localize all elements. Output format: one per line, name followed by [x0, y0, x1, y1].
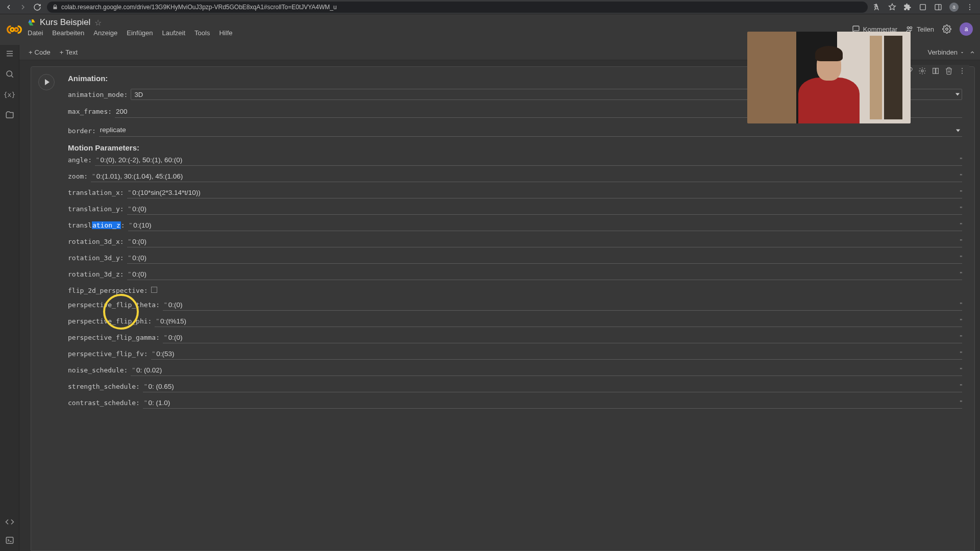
cell-more-icon[interactable]: [958, 67, 966, 75]
delete-cell-icon[interactable]: [945, 67, 953, 75]
input-perspective-flip-phi[interactable]: [160, 317, 962, 325]
extensions-icon[interactable]: [903, 3, 912, 11]
translate-icon[interactable]: [873, 3, 881, 11]
input-translation-z[interactable]: [133, 221, 962, 229]
play-icon: [45, 79, 50, 85]
svg-point-14: [7, 71, 12, 77]
menu-hilfe[interactable]: Hilfe: [219, 29, 232, 37]
label-angle: angle:: [68, 156, 92, 164]
svg-rect-20: [936, 68, 939, 74]
input-rotation-3d-y[interactable]: [132, 254, 962, 262]
select-border[interactable]: replicate: [99, 124, 962, 137]
notebook-main: Animation: animation_mode: 3D max_frames…: [19, 60, 980, 551]
browser-right-icons: a: [873, 3, 976, 12]
svg-point-4: [969, 6, 970, 7]
input-translation-y[interactable]: [132, 205, 962, 213]
colab-logo[interactable]: [5, 20, 23, 39]
toggle-header-button[interactable]: [969, 49, 976, 56]
mirror-icon[interactable]: [932, 67, 940, 75]
svg-rect-19: [933, 68, 936, 74]
label-max-frames: max_frames:: [68, 108, 112, 115]
svg-point-7: [15, 28, 18, 32]
input-rotation-3d-x[interactable]: [132, 238, 962, 245]
doc-title[interactable]: Kurs Beispiel: [40, 17, 90, 28]
input-perspective-flip-theta[interactable]: [168, 301, 962, 309]
menu-tools[interactable]: Tools: [194, 29, 210, 37]
back-button[interactable]: [4, 3, 13, 12]
kebab-icon[interactable]: [966, 3, 974, 11]
svg-rect-1: [935, 4, 941, 10]
input-angle[interactable]: [101, 156, 962, 164]
form-cell: Animation: animation_mode: 3D max_frames…: [31, 66, 975, 551]
checkbox-flip-2d-perspective[interactable]: [151, 287, 157, 293]
svg-point-9: [910, 27, 912, 29]
lock-icon: [52, 4, 58, 10]
input-rotation-3d-z[interactable]: [132, 270, 962, 278]
menu-laufzeit[interactable]: Laufzeit: [162, 29, 186, 37]
svg-point-21: [962, 68, 963, 69]
address-bar[interactable]: colab.research.google.com/drive/13G9KHyM…: [47, 2, 868, 13]
label-border: border:: [68, 127, 96, 135]
label-rotation-3d-x: rotation_3d_x:: [68, 238, 124, 245]
menu-einfuegen[interactable]: Einfügen: [127, 29, 153, 37]
run-cell-button[interactable]: [38, 74, 55, 90]
svg-point-22: [962, 70, 963, 71]
star-icon[interactable]: [888, 3, 896, 11]
connect-button[interactable]: Verbinden: [927, 48, 965, 56]
gear-icon[interactable]: [942, 24, 951, 34]
generic-ext-icon[interactable]: [919, 3, 927, 11]
label-flip-2d-perspective: flip_2d_perspective:: [68, 287, 148, 294]
terminal-icon[interactable]: [5, 536, 14, 545]
add-code-button[interactable]: +Code: [29, 48, 51, 56]
input-zoom[interactable]: [96, 172, 962, 180]
label-contrast-schedule: contrast_schedule:: [68, 399, 140, 407]
url-text: colab.research.google.com/drive/13G9KHyM…: [61, 4, 337, 11]
variables-icon[interactable]: {x}: [5, 90, 14, 99]
svg-point-10: [946, 28, 948, 31]
menu-bar: Datei Bearbeiten Anzeige Einfügen Laufze…: [28, 29, 232, 37]
label-animation-mode: animation_mode:: [68, 91, 128, 98]
svg-line-15: [11, 76, 13, 77]
label-rotation-3d-y: rotation_3d_y:: [68, 254, 124, 262]
input-noise-schedule[interactable]: [136, 366, 962, 374]
browser-toolbar: colab.research.google.com/drive/13G9KHyM…: [0, 0, 980, 14]
input-strength-schedule[interactable]: [149, 383, 962, 390]
label-translation-x: translation_x:: [68, 189, 124, 196]
toc-icon[interactable]: [5, 49, 14, 58]
files-icon[interactable]: [5, 110, 14, 119]
input-translation-x[interactable]: [132, 189, 962, 196]
svg-point-3: [969, 4, 970, 5]
label-perspective-flip-phi: perspective_flip_phi:: [68, 317, 152, 325]
cell-settings-icon[interactable]: [918, 67, 926, 75]
label-perspective-flip-gamma: perspective_flip_gamma:: [68, 334, 160, 341]
svg-point-23: [962, 73, 963, 74]
input-contrast-schedule[interactable]: [149, 399, 962, 407]
reload-button[interactable]: [33, 3, 42, 12]
code-snippets-icon[interactable]: [5, 517, 14, 527]
label-perspective-flip-fv: perspective_flip_fv:: [68, 350, 148, 358]
menu-datei[interactable]: Datei: [28, 29, 43, 37]
label-translation-z: translation_z:: [68, 221, 125, 229]
chevron-down-icon: [960, 50, 965, 55]
panel-icon[interactable]: [934, 3, 942, 11]
input-perspective-flip-fv[interactable]: [156, 350, 962, 358]
label-rotation-3d-z: rotation_3d_z:: [68, 270, 124, 278]
label-noise-schedule: noise_schedule:: [68, 366, 128, 374]
menu-anzeige[interactable]: Anzeige: [93, 29, 117, 37]
menu-bearbeiten[interactable]: Bearbeiten: [52, 29, 84, 37]
svg-point-8: [907, 27, 909, 29]
drive-icon: [28, 18, 36, 27]
search-icon[interactable]: [5, 69, 14, 79]
star-outline-icon[interactable]: ☆: [94, 18, 102, 28]
chevron-down-icon: [956, 129, 960, 132]
left-rail: {x}: [0, 45, 19, 551]
label-zoom: zoom:: [68, 172, 88, 180]
label-perspective-flip-theta: perspective_flip_theta:: [68, 301, 160, 309]
user-avatar[interactable]: a: [960, 22, 973, 36]
input-perspective-flip-gamma[interactable]: [168, 334, 962, 341]
browser-avatar[interactable]: a: [949, 3, 959, 12]
svg-point-18: [921, 70, 923, 72]
label-strength-schedule: strength_schedule:: [68, 383, 140, 390]
forward-button[interactable]: [18, 3, 28, 12]
add-text-button[interactable]: +Text: [60, 48, 78, 56]
